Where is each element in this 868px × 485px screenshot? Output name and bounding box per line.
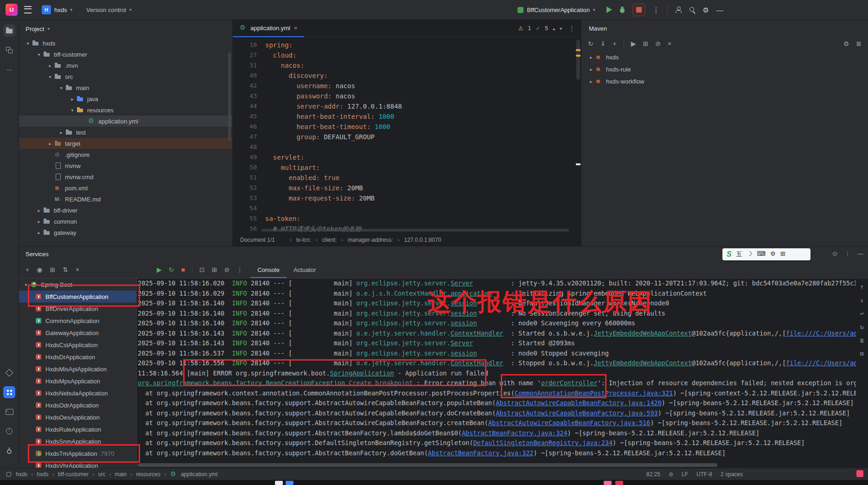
status-breadcrumb-item[interactable]: src	[98, 471, 105, 478]
print-icon[interactable]: ≣	[860, 337, 864, 344]
tree-item-.mvn[interactable]: ▸.mvn	[19, 60, 232, 71]
main-menu-icon[interactable]	[24, 6, 32, 13]
console-h-scrollbar[interactable]	[138, 463, 717, 467]
stop-icon[interactable]: ■	[181, 266, 185, 273]
structure-icon[interactable]	[3, 44, 15, 56]
tab-options-icon[interactable]: ⋮	[568, 24, 581, 32]
service-item-HxdsMpsApplication[interactable]: HxdsMpsApplication	[19, 375, 136, 387]
code-with-me-icon[interactable]	[675, 6, 682, 13]
tab-console[interactable]: Console	[250, 261, 287, 278]
service-item-Spring Boot[interactable]: ▾Spring Boot	[19, 278, 136, 291]
vcs-icon[interactable]	[3, 445, 15, 457]
terminal-icon[interactable]	[3, 406, 15, 418]
console-link[interactable]: JettyEmbeddedWebAppContext	[594, 330, 692, 337]
ime-key-icon[interactable]: 五	[736, 250, 742, 259]
scroll-down-icon[interactable]: ↓	[860, 297, 864, 304]
run-config-selector[interactable]: BffCustomerApplication ▾	[514, 5, 599, 15]
rerun-icon[interactable]: ↻	[169, 266, 174, 273]
chevron-icon[interactable]: ▸	[35, 219, 43, 224]
console-link[interactable]: AbstractAutowireCapableBeanFactory.java:…	[496, 409, 658, 417]
tree-item-.gitignore[interactable]: .gitignore	[19, 149, 232, 160]
chevron-icon[interactable]: ▸	[68, 97, 77, 102]
line-separator[interactable]: LF	[682, 471, 688, 478]
chevron-icon[interactable]: ▸	[587, 55, 595, 60]
tree-item-target[interactable]: ▸target	[19, 138, 232, 149]
service-item-HxdsRuleApplication[interactable]: HxdsRuleApplication	[19, 423, 136, 435]
caret-position[interactable]: 82:25	[646, 471, 660, 478]
warning-stripe-mark[interactable]	[576, 49, 581, 51]
breadcrumb-item[interactable]: Document 1/1	[240, 237, 275, 243]
console-link[interactable]: session	[451, 310, 477, 317]
tree-item-README.md[interactable]: README.md	[19, 194, 232, 205]
maven-project-hxds-workflow[interactable]: ▸hxds-workflow	[581, 76, 868, 87]
console-link[interactable]: session	[451, 349, 477, 357]
editor-h-scrollbar[interactable]	[262, 229, 569, 232]
tree-item-common[interactable]: ▸common	[19, 216, 232, 227]
problems-icon[interactable]	[3, 425, 15, 437]
status-breadcrumb-item[interactable]: hxds	[37, 471, 48, 478]
service-item-GatewayApplication[interactable]: GatewayApplication	[19, 327, 136, 339]
tree-item-main[interactable]: ▾main	[19, 82, 232, 93]
sogou-ime-bar[interactable]: S 五☽⌨⚙⊞	[722, 248, 811, 260]
minimize-icon[interactable]: —	[716, 6, 723, 13]
chevron-icon[interactable]: ▾	[57, 85, 65, 91]
chevron-icon[interactable]: ▾	[22, 282, 30, 287]
console-link[interactable]: Server	[451, 279, 473, 287]
service-item-HxdsOdrApplication[interactable]: HxdsOdrApplication	[19, 399, 136, 411]
run-button[interactable]	[606, 6, 612, 13]
build-icon[interactable]	[3, 367, 15, 379]
offline-icon[interactable]: ⊘	[655, 40, 661, 47]
breadcrumb-item[interactable]: manager-address:	[348, 237, 393, 243]
project-widget[interactable]: H hxds ▾	[38, 3, 76, 16]
ime-key-icon[interactable]: ⚙	[770, 250, 776, 259]
gc-icon[interactable]: ⊘	[224, 266, 230, 273]
tree-item-application.yml[interactable]: application.yml	[19, 116, 232, 127]
service-item-HxdsOesApplication[interactable]: HxdsOesApplication	[19, 411, 136, 423]
thread-dump-icon[interactable]: ⊡	[199, 266, 205, 273]
open-each-icon[interactable]: ⊞	[50, 266, 55, 273]
scroll-up-icon[interactable]: ↑	[860, 283, 864, 290]
maven-project-hxds[interactable]: ▸hxds	[581, 52, 868, 63]
console-link[interactable]: session	[451, 319, 477, 327]
console-link[interactable]: Server	[451, 339, 473, 347]
project-panel-header[interactable]: Project ▾	[19, 20, 232, 38]
console-link[interactable]: DefaultSingletonBeanRegistry.java:234	[473, 439, 613, 446]
tree-item-gateway[interactable]: ▸gateway	[19, 227, 232, 238]
ime-key-icon[interactable]: ☽	[747, 250, 753, 259]
clear-icon[interactable]: ⊟	[860, 350, 864, 357]
console-link[interactable]: CommonAnnotationBeanPostProcessor.java:3…	[515, 389, 673, 397]
restart-icon[interactable]: ↻	[860, 323, 864, 330]
console-link[interactable]: AbstractAutowireCapableBeanFactory.java:…	[488, 419, 651, 427]
maven-project-hxds-rule[interactable]: ▸hxds-rule	[581, 64, 868, 75]
options-icon[interactable]: ⊙	[832, 250, 837, 257]
close-tab-icon[interactable]: ×	[294, 25, 298, 32]
profiles-icon[interactable]: ⚙	[843, 40, 849, 47]
service-item-HxdsMisApiApplication[interactable]: HxdsMisApiApplication	[19, 363, 136, 375]
tree-item-src[interactable]: ▾src	[19, 71, 232, 82]
console-output[interactable]: 2025-09-10 11:58:16.020 INFO 28140 --- […	[137, 278, 868, 468]
service-item-HxdsVhrApplication[interactable]: HxdsVhrApplication	[19, 459, 136, 468]
tab-actuator[interactable]: Actuator	[287, 261, 323, 278]
file-encoding[interactable]: UTF-8	[696, 471, 712, 478]
ime-key-icon[interactable]: ⌨	[757, 250, 766, 259]
next-problem-icon[interactable]: ▾	[560, 26, 562, 31]
warning-stripe-mark[interactable]	[576, 55, 581, 57]
project-icon[interactable]	[3, 25, 15, 37]
ime-key-icon[interactable]: ⊞	[780, 250, 785, 259]
chevron-icon[interactable]: ▾	[68, 108, 77, 113]
service-item-HxdsTmApplication[interactable]: HxdsTmApplication :7970	[19, 447, 136, 459]
console-link[interactable]: AbstractBeanFactory.java:324	[462, 429, 568, 437]
download-sources-icon[interactable]: ⇓	[600, 40, 606, 47]
editor-scrollbar[interactable]	[576, 40, 580, 80]
expand-icon[interactable]: ⊞	[643, 40, 648, 47]
tree-item-mvnw.cmd[interactable]: mvnw.cmd	[19, 171, 232, 182]
tree-item-java[interactable]: ▸java	[19, 93, 232, 104]
console-link[interactable]: org.springframework.beans.factory.BeanCr…	[138, 379, 345, 387]
tree-item-bff-driver[interactable]: ▸bff-driver	[19, 205, 232, 216]
close-icon[interactable]: ×	[668, 40, 671, 47]
code-editor[interactable]: 10spring:27 cloud:31 nacos:40 discovery:…	[233, 37, 581, 234]
close-icon[interactable]: ×	[76, 266, 79, 273]
tree-item-mvnw[interactable]: mvnw	[19, 160, 232, 171]
project-scrollbar[interactable]	[228, 52, 231, 141]
tab-application-yml[interactable]: application.yml ×	[233, 19, 304, 37]
